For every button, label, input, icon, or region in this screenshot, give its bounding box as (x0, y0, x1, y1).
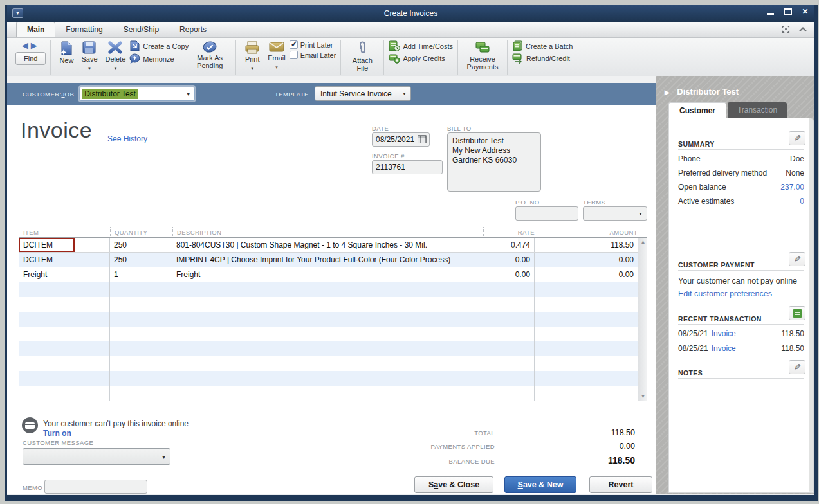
item-cell[interactable] (19, 371, 110, 386)
memo-input[interactable] (44, 480, 147, 494)
close-icon[interactable]: ✕ (801, 8, 809, 15)
item-cell[interactable] (19, 356, 110, 371)
quantity-cell[interactable] (110, 386, 172, 401)
table-row[interactable] (19, 312, 647, 327)
column-header[interactable]: AMOUNT (535, 227, 638, 237)
scroll-up-icon[interactable]: ▲ (640, 239, 647, 245)
amount-cell[interactable] (535, 327, 638, 341)
refund-credit-button[interactable]: Refund/Credit (512, 53, 573, 64)
table-row[interactable] (19, 356, 647, 371)
minimize-icon[interactable] (766, 8, 775, 15)
tab-reports[interactable]: Reports (169, 22, 217, 37)
description-cell[interactable] (172, 356, 483, 371)
save-button[interactable]: Save▼ (77, 40, 101, 73)
quantity-cell[interactable]: 250 (110, 238, 172, 252)
amount-cell[interactable] (535, 356, 638, 371)
item-cell[interactable] (19, 386, 110, 401)
rate-cell[interactable]: 0.00 (483, 267, 535, 282)
description-cell[interactable] (172, 371, 483, 386)
transaction-link[interactable]: Invoice (712, 329, 736, 338)
tab-formatting[interactable]: Formatting (55, 22, 113, 37)
new-button[interactable]: New (55, 40, 77, 65)
revert-button[interactable]: Revert (589, 476, 652, 493)
terms-combo[interactable]: ▼ (583, 206, 647, 221)
amount-cell[interactable] (535, 297, 638, 312)
quantity-cell[interactable] (110, 312, 172, 327)
description-cell[interactable] (172, 282, 483, 297)
apply-credits-button[interactable]: Apply Credits (389, 53, 453, 64)
email-later-checkbox[interactable]: Email Later (290, 51, 336, 59)
tab-send-ship[interactable]: Send/Ship (113, 22, 169, 37)
table-row[interactable] (19, 386, 647, 401)
add-time-costs-button[interactable]: Add Time/Costs (389, 40, 453, 51)
edit-notes-button[interactable]: ✎ (789, 360, 805, 374)
create-batch-button[interactable]: Create a Batch (512, 40, 573, 51)
scroll-down-icon[interactable]: ▼ (640, 393, 647, 399)
attach-file-button[interactable]: Attach File (345, 40, 379, 73)
dropdown-caret-icon[interactable]: ▼ (186, 92, 190, 96)
quantity-cell[interactable] (110, 356, 172, 371)
table-row[interactable] (19, 327, 647, 341)
rate-cell[interactable] (483, 327, 535, 341)
rate-cell[interactable]: 0.474 (483, 238, 535, 252)
amount-cell[interactable] (535, 386, 638, 401)
quantity-cell[interactable] (110, 327, 172, 341)
save-and-new-button[interactable]: Save & New (504, 476, 576, 493)
po-number-field[interactable] (515, 206, 578, 221)
sidebar-header[interactable]: ▶ Distributor Test (665, 87, 739, 96)
item-cell[interactable]: DCITEM (19, 238, 110, 252)
recent-transaction-report-button[interactable] (789, 306, 805, 320)
create-copy-button[interactable]: Create a Copy (129, 40, 189, 51)
rate-cell[interactable] (483, 312, 535, 327)
rate-cell[interactable] (483, 371, 535, 386)
quantity-cell[interactable] (110, 341, 172, 356)
memorize-button[interactable]: Memorize (129, 53, 189, 64)
tab-main[interactable]: Main (16, 22, 55, 37)
quantity-cell[interactable]: 1 (110, 267, 172, 282)
item-cell[interactable] (19, 341, 110, 356)
edit-customer-payment-button[interactable]: ✎ (789, 252, 805, 266)
amount-cell[interactable] (535, 371, 638, 386)
see-history-link[interactable]: See History (107, 134, 147, 143)
amount-cell[interactable] (535, 341, 638, 356)
rate-cell[interactable] (483, 356, 535, 371)
table-row[interactable] (19, 371, 647, 386)
amount-cell[interactable] (535, 312, 638, 327)
quantity-cell[interactable] (110, 297, 172, 312)
rate-cell[interactable] (483, 297, 535, 312)
quantity-cell[interactable] (110, 282, 172, 297)
rate-cell[interactable] (483, 386, 535, 401)
expand-icon[interactable] (782, 25, 790, 33)
rate-cell[interactable] (483, 341, 535, 356)
table-row[interactable] (19, 341, 647, 356)
customer-job-combo[interactable]: Distributor Test ▼ (79, 87, 195, 101)
table-row[interactable] (19, 282, 647, 297)
rate-cell[interactable] (483, 282, 535, 297)
back-arrow-icon[interactable]: ◀ (22, 40, 31, 50)
template-combo[interactable]: Intuit Service Invoice ▼ (315, 86, 411, 101)
amount-cell[interactable]: 0.00 (535, 267, 638, 282)
description-cell[interactable] (172, 386, 483, 401)
description-cell[interactable] (172, 297, 483, 312)
amount-cell[interactable] (535, 282, 638, 297)
rate-cell[interactable]: 0.00 (483, 253, 535, 267)
calendar-icon[interactable] (418, 135, 427, 143)
mark-as-pending-button[interactable]: Mark As Pending (189, 40, 231, 70)
items-scrollbar[interactable]: ▲ ▼ (638, 238, 647, 401)
print-later-checkbox[interactable]: Print Later (290, 40, 336, 49)
column-header[interactable]: RATE (483, 227, 535, 237)
item-cell[interactable]: Freight (19, 267, 110, 282)
column-header[interactable]: ITEM (19, 227, 110, 237)
column-header[interactable]: QUANTITY (110, 227, 172, 237)
item-cell[interactable] (19, 297, 110, 312)
save-and-close-button[interactable]: Save & Close (414, 476, 493, 493)
forward-arrow-icon[interactable]: ▶ (31, 40, 40, 50)
sidebar-scrollbar[interactable] (809, 118, 813, 492)
description-cell[interactable] (172, 327, 483, 341)
tab-transaction[interactable]: Transaction (728, 102, 787, 118)
description-cell[interactable] (172, 341, 483, 356)
invoice-number-field[interactable]: 2113761 (372, 160, 443, 174)
description-cell[interactable] (172, 312, 483, 327)
table-row[interactable]: DCITEM250IMPRINT 4CP | Choose Imprint fo… (19, 253, 647, 267)
dropdown-caret-icon[interactable]: ▼ (161, 455, 166, 460)
